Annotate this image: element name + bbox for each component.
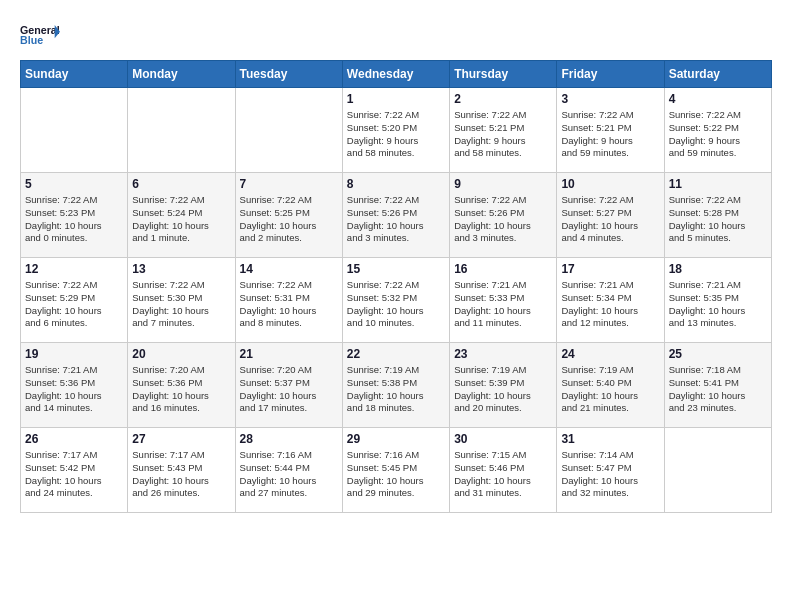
day-number: 2: [454, 92, 552, 106]
day-number: 17: [561, 262, 659, 276]
calendar-header-row: SundayMondayTuesdayWednesdayThursdayFrid…: [21, 61, 772, 88]
day-info: Sunrise: 7:21 AM Sunset: 5:36 PM Dayligh…: [25, 364, 123, 415]
day-info: Sunrise: 7:21 AM Sunset: 5:35 PM Dayligh…: [669, 279, 767, 330]
header-thursday: Thursday: [450, 61, 557, 88]
day-info: Sunrise: 7:19 AM Sunset: 5:40 PM Dayligh…: [561, 364, 659, 415]
day-info: Sunrise: 7:22 AM Sunset: 5:28 PM Dayligh…: [669, 194, 767, 245]
calendar-cell: 26Sunrise: 7:17 AM Sunset: 5:42 PM Dayli…: [21, 428, 128, 513]
calendar-cell: 8Sunrise: 7:22 AM Sunset: 5:26 PM Daylig…: [342, 173, 449, 258]
day-number: 16: [454, 262, 552, 276]
day-number: 8: [347, 177, 445, 191]
day-info: Sunrise: 7:20 AM Sunset: 5:36 PM Dayligh…: [132, 364, 230, 415]
day-info: Sunrise: 7:22 AM Sunset: 5:20 PM Dayligh…: [347, 109, 445, 160]
header-monday: Monday: [128, 61, 235, 88]
day-info: Sunrise: 7:17 AM Sunset: 5:42 PM Dayligh…: [25, 449, 123, 500]
day-info: Sunrise: 7:14 AM Sunset: 5:47 PM Dayligh…: [561, 449, 659, 500]
day-number: 5: [25, 177, 123, 191]
calendar-cell: 12Sunrise: 7:22 AM Sunset: 5:29 PM Dayli…: [21, 258, 128, 343]
calendar-cell: [664, 428, 771, 513]
calendar-cell: 13Sunrise: 7:22 AM Sunset: 5:30 PM Dayli…: [128, 258, 235, 343]
day-number: 22: [347, 347, 445, 361]
header-friday: Friday: [557, 61, 664, 88]
day-info: Sunrise: 7:20 AM Sunset: 5:37 PM Dayligh…: [240, 364, 338, 415]
calendar-week-0: 1Sunrise: 7:22 AM Sunset: 5:20 PM Daylig…: [21, 88, 772, 173]
day-info: Sunrise: 7:18 AM Sunset: 5:41 PM Dayligh…: [669, 364, 767, 415]
calendar-cell: 19Sunrise: 7:21 AM Sunset: 5:36 PM Dayli…: [21, 343, 128, 428]
header-saturday: Saturday: [664, 61, 771, 88]
calendar-cell: 27Sunrise: 7:17 AM Sunset: 5:43 PM Dayli…: [128, 428, 235, 513]
calendar-cell: 2Sunrise: 7:22 AM Sunset: 5:21 PM Daylig…: [450, 88, 557, 173]
calendar-table: SundayMondayTuesdayWednesdayThursdayFrid…: [20, 60, 772, 513]
day-number: 13: [132, 262, 230, 276]
calendar-cell: 25Sunrise: 7:18 AM Sunset: 5:41 PM Dayli…: [664, 343, 771, 428]
day-info: Sunrise: 7:22 AM Sunset: 5:27 PM Dayligh…: [561, 194, 659, 245]
header-wednesday: Wednesday: [342, 61, 449, 88]
day-number: 24: [561, 347, 659, 361]
day-info: Sunrise: 7:22 AM Sunset: 5:23 PM Dayligh…: [25, 194, 123, 245]
calendar-cell: 22Sunrise: 7:19 AM Sunset: 5:38 PM Dayli…: [342, 343, 449, 428]
calendar-week-2: 12Sunrise: 7:22 AM Sunset: 5:29 PM Dayli…: [21, 258, 772, 343]
calendar-cell: 28Sunrise: 7:16 AM Sunset: 5:44 PM Dayli…: [235, 428, 342, 513]
logo-icon: General Blue: [20, 20, 60, 50]
calendar-cell: 15Sunrise: 7:22 AM Sunset: 5:32 PM Dayli…: [342, 258, 449, 343]
day-info: Sunrise: 7:17 AM Sunset: 5:43 PM Dayligh…: [132, 449, 230, 500]
day-number: 18: [669, 262, 767, 276]
day-number: 12: [25, 262, 123, 276]
day-info: Sunrise: 7:16 AM Sunset: 5:45 PM Dayligh…: [347, 449, 445, 500]
calendar-cell: 29Sunrise: 7:16 AM Sunset: 5:45 PM Dayli…: [342, 428, 449, 513]
calendar-cell: 6Sunrise: 7:22 AM Sunset: 5:24 PM Daylig…: [128, 173, 235, 258]
day-info: Sunrise: 7:22 AM Sunset: 5:24 PM Dayligh…: [132, 194, 230, 245]
header-tuesday: Tuesday: [235, 61, 342, 88]
day-info: Sunrise: 7:16 AM Sunset: 5:44 PM Dayligh…: [240, 449, 338, 500]
day-number: 6: [132, 177, 230, 191]
day-number: 29: [347, 432, 445, 446]
day-number: 15: [347, 262, 445, 276]
calendar-cell: 18Sunrise: 7:21 AM Sunset: 5:35 PM Dayli…: [664, 258, 771, 343]
day-info: Sunrise: 7:22 AM Sunset: 5:29 PM Dayligh…: [25, 279, 123, 330]
day-number: 23: [454, 347, 552, 361]
calendar-cell: [21, 88, 128, 173]
day-number: 10: [561, 177, 659, 191]
day-info: Sunrise: 7:19 AM Sunset: 5:39 PM Dayligh…: [454, 364, 552, 415]
day-number: 1: [347, 92, 445, 106]
calendar-week-4: 26Sunrise: 7:17 AM Sunset: 5:42 PM Dayli…: [21, 428, 772, 513]
calendar-cell: [235, 88, 342, 173]
day-info: Sunrise: 7:21 AM Sunset: 5:33 PM Dayligh…: [454, 279, 552, 330]
calendar-cell: 31Sunrise: 7:14 AM Sunset: 5:47 PM Dayli…: [557, 428, 664, 513]
day-number: 7: [240, 177, 338, 191]
day-number: 27: [132, 432, 230, 446]
day-info: Sunrise: 7:19 AM Sunset: 5:38 PM Dayligh…: [347, 364, 445, 415]
day-info: Sunrise: 7:22 AM Sunset: 5:21 PM Dayligh…: [561, 109, 659, 160]
calendar-cell: 17Sunrise: 7:21 AM Sunset: 5:34 PM Dayli…: [557, 258, 664, 343]
day-number: 20: [132, 347, 230, 361]
day-number: 28: [240, 432, 338, 446]
day-number: 25: [669, 347, 767, 361]
day-info: Sunrise: 7:22 AM Sunset: 5:26 PM Dayligh…: [347, 194, 445, 245]
calendar-cell: 14Sunrise: 7:22 AM Sunset: 5:31 PM Dayli…: [235, 258, 342, 343]
day-number: 19: [25, 347, 123, 361]
day-info: Sunrise: 7:22 AM Sunset: 5:25 PM Dayligh…: [240, 194, 338, 245]
day-number: 11: [669, 177, 767, 191]
calendar-cell: 20Sunrise: 7:20 AM Sunset: 5:36 PM Dayli…: [128, 343, 235, 428]
calendar-cell: 16Sunrise: 7:21 AM Sunset: 5:33 PM Dayli…: [450, 258, 557, 343]
calendar-cell: 3Sunrise: 7:22 AM Sunset: 5:21 PM Daylig…: [557, 88, 664, 173]
day-number: 21: [240, 347, 338, 361]
day-info: Sunrise: 7:22 AM Sunset: 5:32 PM Dayligh…: [347, 279, 445, 330]
calendar-cell: 30Sunrise: 7:15 AM Sunset: 5:46 PM Dayli…: [450, 428, 557, 513]
day-info: Sunrise: 7:22 AM Sunset: 5:21 PM Dayligh…: [454, 109, 552, 160]
day-info: Sunrise: 7:21 AM Sunset: 5:34 PM Dayligh…: [561, 279, 659, 330]
calendar-cell: [128, 88, 235, 173]
calendar-cell: 23Sunrise: 7:19 AM Sunset: 5:39 PM Dayli…: [450, 343, 557, 428]
page-header: General Blue: [20, 20, 772, 50]
calendar-cell: 11Sunrise: 7:22 AM Sunset: 5:28 PM Dayli…: [664, 173, 771, 258]
day-info: Sunrise: 7:22 AM Sunset: 5:26 PM Dayligh…: [454, 194, 552, 245]
calendar-cell: 24Sunrise: 7:19 AM Sunset: 5:40 PM Dayli…: [557, 343, 664, 428]
day-info: Sunrise: 7:22 AM Sunset: 5:31 PM Dayligh…: [240, 279, 338, 330]
calendar-cell: 10Sunrise: 7:22 AM Sunset: 5:27 PM Dayli…: [557, 173, 664, 258]
calendar-cell: 1Sunrise: 7:22 AM Sunset: 5:20 PM Daylig…: [342, 88, 449, 173]
calendar-cell: 4Sunrise: 7:22 AM Sunset: 5:22 PM Daylig…: [664, 88, 771, 173]
day-number: 3: [561, 92, 659, 106]
calendar-week-3: 19Sunrise: 7:21 AM Sunset: 5:36 PM Dayli…: [21, 343, 772, 428]
svg-text:Blue: Blue: [20, 34, 43, 46]
day-number: 4: [669, 92, 767, 106]
